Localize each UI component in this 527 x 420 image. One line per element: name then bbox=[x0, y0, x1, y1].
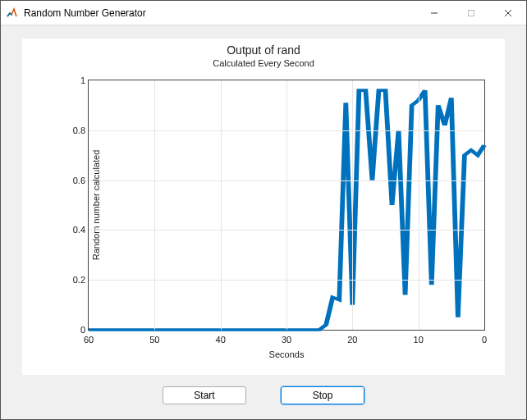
gridline-v bbox=[352, 80, 353, 330]
gridline-v bbox=[154, 80, 155, 330]
x-tick-label: 50 bbox=[144, 335, 164, 345]
svg-rect-1 bbox=[468, 10, 474, 16]
y-tick-label: 0.6 bbox=[61, 176, 85, 185]
content-panel: Output of rand Calculated Every Second R… bbox=[1, 25, 526, 419]
x-tick-label: 10 bbox=[409, 335, 428, 345]
titlebar: Random Number Generator bbox=[1, 1, 526, 25]
y-tick-label: 0.8 bbox=[61, 126, 85, 135]
x-tick-label: 30 bbox=[277, 335, 296, 345]
x-axis-label: Seconds bbox=[269, 349, 305, 359]
close-button[interactable] bbox=[489, 1, 526, 25]
x-tick-label: 40 bbox=[211, 335, 231, 345]
minimize-button[interactable] bbox=[415, 1, 452, 25]
gridline-v bbox=[221, 80, 222, 330]
y-tick-label: 1 bbox=[61, 75, 85, 85]
y-tick-label: 0.4 bbox=[61, 225, 85, 235]
matlab-icon bbox=[6, 7, 19, 20]
window-title: Random Number Generator bbox=[24, 7, 415, 19]
chart-panel: Output of rand Calculated Every Second R… bbox=[22, 39, 505, 375]
y-tick-label: 0 bbox=[61, 325, 85, 335]
start-button[interactable]: Start bbox=[163, 386, 246, 404]
x-tick-label: 60 bbox=[79, 335, 99, 345]
plot-area: Random number calculated Seconds 00.20.4… bbox=[88, 80, 485, 331]
y-tick-label: 0.2 bbox=[61, 275, 85, 285]
chart-subtitle: Calculated Every Second bbox=[22, 58, 505, 68]
x-tick-label: 20 bbox=[342, 335, 362, 345]
x-tick-label: 0 bbox=[474, 335, 494, 345]
stop-button[interactable]: Stop bbox=[281, 386, 364, 404]
button-row: Start Stop bbox=[163, 386, 364, 404]
maximize-button[interactable] bbox=[452, 1, 489, 25]
gridline-v bbox=[419, 80, 419, 330]
gridline-v bbox=[286, 80, 287, 330]
chart-title: Output of rand bbox=[22, 43, 505, 57]
